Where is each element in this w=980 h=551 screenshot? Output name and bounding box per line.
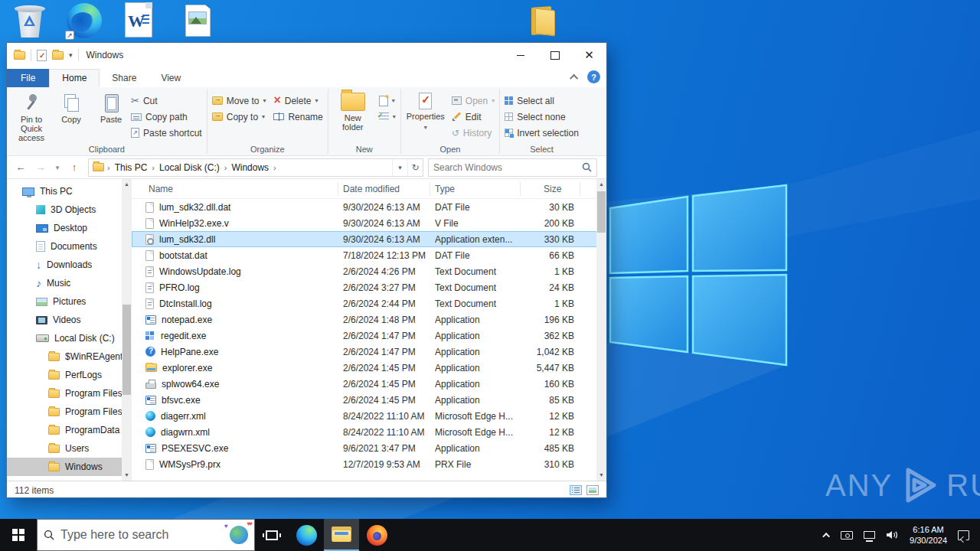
history-button[interactable]: History [452, 126, 495, 139]
file-row-lum-sdk32-dll-dat[interactable]: lum_sdk32.dll.dat9/30/2024 6:13 AMDAT Fi… [132, 199, 606, 215]
column-header-size[interactable]: Size [521, 182, 580, 196]
sidebar-item-this-pc[interactable]: This PC [7, 182, 122, 201]
new-folder-button[interactable]: New folder [333, 90, 373, 132]
taskbar-search-input[interactable]: Type here to search [37, 519, 255, 551]
close-button[interactable]: ✕ [572, 43, 606, 67]
large-icons-view-button[interactable] [586, 485, 599, 495]
sidebar-item-winreagent[interactable]: $WinREAgent [7, 347, 122, 366]
minimize-button[interactable] [503, 43, 537, 67]
properties-button[interactable]: Properties ▾ [406, 90, 446, 132]
sidebar-item-desktop[interactable]: Desktop [7, 219, 122, 237]
copy-button[interactable]: Copy [51, 90, 91, 124]
file-row-bfsvc-exe[interactable]: bfsvc.exe2/6/2024 1:45 PMApplication85 K… [132, 392, 606, 408]
file-row-bootstat-dat[interactable]: bootstat.dat7/18/2024 12:13 PMDAT File66… [132, 247, 606, 263]
select-all-button[interactable]: Select all [505, 94, 579, 107]
show-hidden-icons-chevron-icon[interactable] [822, 532, 830, 540]
file-row-splwow64-exe[interactable]: splwow64.exe2/6/2024 1:45 PMApplication1… [132, 376, 606, 392]
tab-share[interactable]: Share [100, 70, 149, 87]
task-view-button[interactable] [255, 519, 289, 551]
sidebar-item-windows[interactable]: Windows [7, 458, 122, 476]
folder-desktop-icon[interactable] [530, 4, 556, 37]
properties-quick-icon[interactable] [37, 50, 47, 61]
move-to-button[interactable]: Move to ▾ [212, 94, 266, 107]
select-none-button[interactable]: Select none [505, 110, 579, 123]
file-row-diagerr-xml[interactable]: diagerr.xml8/24/2022 11:10 AMMicrosoft E… [132, 408, 606, 424]
refresh-icon[interactable]: ↻ [407, 159, 423, 176]
maximize-button[interactable] [537, 43, 572, 67]
cut-button[interactable]: Cut [131, 94, 202, 107]
volume-icon[interactable] [886, 530, 899, 540]
network-icon[interactable] [864, 531, 875, 539]
sidebar-item-videos[interactable]: Videos [7, 311, 122, 329]
sidebar-item-music[interactable]: Music [7, 274, 122, 292]
address-dropdown-chevron-icon[interactable]: ▾ [392, 159, 407, 176]
breadcrumb-this-pc[interactable]: This PC [113, 162, 149, 173]
file-row-helppane-exe[interactable]: HelpPane.exe2/6/2024 1:47 PMApplication1… [132, 344, 606, 360]
taskbar-clock[interactable]: 6:16 AM 9/30/2024 [910, 524, 947, 546]
copy-to-button[interactable]: Copy to ▾ [212, 110, 266, 123]
invert-selection-button[interactable]: Invert selection [505, 126, 579, 139]
file-row-diagwrn-xml[interactable]: diagwrn.xml8/24/2022 11:10 AMMicrosoft E… [132, 424, 606, 440]
breadcrumb-local-disk[interactable]: Local Disk (C:) [158, 162, 221, 173]
file-row-notepad-exe[interactable]: notepad.exe2/6/2024 1:48 PMApplication19… [132, 311, 606, 328]
taskbar-file-explorer-button[interactable] [324, 519, 359, 551]
sidebar-item-documents[interactable]: Documents [7, 237, 122, 256]
file-row-dtcinstall-log[interactable]: DtcInstall.log2/6/2024 2:44 PMText Docum… [132, 295, 606, 311]
tab-view[interactable]: View [149, 70, 193, 87]
delete-button[interactable]: Delete ▾ [273, 94, 322, 107]
taskbar-firefox-button[interactable] [359, 519, 394, 551]
copy-path-button[interactable]: Copy path [131, 110, 202, 123]
scroll-up-icon[interactable]: ▲ [596, 179, 606, 190]
column-header-name[interactable]: Name [132, 182, 338, 196]
sidebar-scrollbar[interactable]: ▲ ▼ [122, 179, 132, 481]
sidebar-item-pictures[interactable]: Pictures [7, 292, 122, 311]
recent-locations-chevron-icon[interactable]: ▾ [53, 164, 62, 171]
pin-to-quick-access-button[interactable]: Pin to Quick access [11, 90, 51, 142]
search-input[interactable]: Search Windows [428, 158, 597, 177]
file-row-lum-sdk32-dll[interactable]: lum_sdk32.dll9/30/2024 6:13 AMApplicatio… [132, 231, 606, 247]
file-row-explorer-exe[interactable]: explorer.exe2/6/2024 1:45 PMApplication5… [132, 360, 606, 376]
sidebar-item-perflogs[interactable]: PerfLogs [7, 366, 122, 384]
column-header-type[interactable]: Type [430, 182, 521, 196]
edit-button[interactable]: Edit [452, 110, 495, 123]
easy-access-button[interactable]: ▾ [379, 110, 396, 123]
image-file-desktop-icon[interactable] [185, 5, 211, 37]
new-folder-quick-icon[interactable] [52, 51, 64, 60]
rename-button[interactable]: Rename [273, 110, 322, 123]
tab-file[interactable]: File [7, 69, 49, 87]
file-row-windowsupdate-log[interactable]: WindowsUpdate.log2/6/2024 4:26 PMText Do… [132, 263, 606, 279]
open-button[interactable]: Open ▾ [452, 94, 495, 107]
up-button[interactable]: ↑ [67, 161, 82, 173]
file-row-wmsyspr9-prx[interactable]: WMSysPr9.prx12/7/2019 9:53 AMPRX File310… [132, 456, 606, 472]
sidebar-item-users[interactable]: Users [7, 439, 122, 458]
customize-toolbar-chevron-icon[interactable]: ▾ [69, 51, 73, 59]
file-row-pfro-log[interactable]: PFRO.log2/6/2024 3:27 PMText Document24 … [132, 279, 606, 295]
action-center-icon[interactable] [958, 530, 969, 540]
sidebar-item-downloads[interactable]: Downloads [7, 256, 122, 274]
forward-button[interactable]: → [33, 161, 48, 173]
address-field[interactable]: › This PC › Local Disk (C:) › Windows › … [88, 158, 423, 177]
sidebar-item-program-files[interactable]: Program Files [7, 384, 122, 403]
sidebar-item-3d-objects[interactable]: 3D Objects [7, 201, 122, 219]
scrollbar-thumb[interactable] [597, 191, 606, 233]
sidebar-item-local-disk-c[interactable]: Local Disk (C:) [7, 329, 122, 347]
breadcrumb-windows[interactable]: Windows [230, 162, 270, 173]
scroll-down-icon[interactable]: ▼ [122, 470, 132, 481]
file-row-winhelp32-exe-v[interactable]: WinHelp32.exe.v9/30/2024 6:13 AMV File20… [132, 215, 606, 231]
help-button[interactable]: ? [587, 70, 600, 83]
start-button[interactable] [0, 519, 37, 551]
paste-button[interactable]: Paste [91, 90, 131, 124]
scroll-up-icon[interactable]: ▲ [122, 179, 132, 190]
scroll-down-icon[interactable]: ▼ [596, 470, 606, 481]
sidebar-item-program-files[interactable]: Program Files [7, 403, 122, 421]
tab-home[interactable]: Home [49, 69, 100, 87]
new-item-button[interactable]: ▾ [379, 94, 396, 107]
collapse-ribbon-icon[interactable] [570, 73, 578, 82]
back-button[interactable]: ← [13, 161, 28, 173]
search-highlight-icon[interactable] [230, 526, 248, 544]
file-list-scrollbar[interactable]: ▲ ▼ [596, 179, 606, 481]
display-record-icon[interactable] [841, 531, 853, 540]
column-header-date-modified[interactable]: Date modified [338, 182, 430, 196]
word-document-desktop-icon[interactable]: W [125, 2, 152, 37]
file-row-regedit-exe[interactable]: regedit.exe2/6/2024 1:47 PMApplication36… [132, 328, 606, 344]
